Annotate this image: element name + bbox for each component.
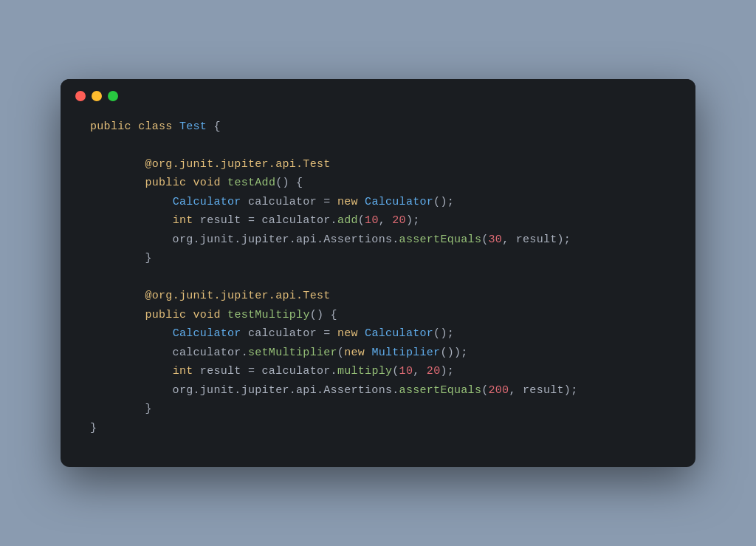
code-editor: public class Test { @org.junit.jupiter.a… — [61, 110, 695, 468]
code-line-6: int result = calculator.add(10, 20); — [90, 211, 666, 231]
close-button[interactable] — [75, 91, 86, 101]
code-line-3: @org.junit.jupiter.api.Test — [90, 155, 666, 174]
code-line-13: calculator.setMultiplier(new Multiplier(… — [90, 344, 666, 363]
code-line-15: org.junit.jupiter.api.Assertions.assertE… — [90, 381, 666, 400]
code-line-4: public void testAdd() { — [90, 174, 666, 193]
code-window: public class Test { @org.junit.jupiter.a… — [61, 79, 695, 468]
code-line-7: org.junit.jupiter.api.Assertions.assertE… — [90, 231, 666, 250]
code-line-1: public class Test { — [90, 117, 666, 137]
code-line-14: int result = calculator.multiply(10, 20)… — [90, 362, 666, 381]
title-bar — [61, 79, 695, 110]
code-line-8: } — [90, 249, 666, 268]
code-line-10: @org.junit.jupiter.api.Test — [90, 287, 666, 306]
code-line-5: Calculator calculator = new Calculator()… — [90, 193, 666, 212]
code-line-16: } — [90, 400, 666, 419]
code-line-17: } — [90, 419, 666, 438]
code-line-11: public void testMultiply() { — [90, 306, 666, 325]
code-line-2 — [90, 136, 666, 155]
maximize-button[interactable] — [108, 91, 118, 101]
code-line-9 — [90, 268, 666, 287]
code-line-12: Calculator calculator = new Calculator()… — [90, 324, 666, 344]
minimize-button[interactable] — [92, 91, 102, 101]
